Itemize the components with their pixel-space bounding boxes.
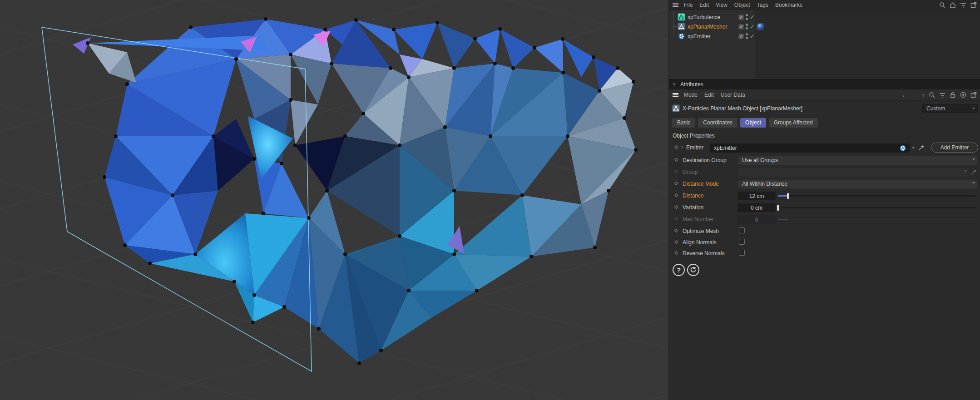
distance-input[interactable]: 12 cm [737,192,776,200]
reverse-normals-checkbox[interactable] [739,250,745,256]
viewport-canvas[interactable] [0,0,668,400]
layer-edit-icon[interactable] [738,15,744,20]
variation-slider[interactable] [778,205,976,211]
align-normals-checkbox[interactable] [739,239,745,245]
layer-edit-icon[interactable] [738,34,744,39]
section-object-properties: Object Properties [673,133,980,140]
keyframe-diamond[interactable] [674,145,678,149]
search-icon[interactable] [929,92,935,98]
menu-tags[interactable]: Tags [757,2,768,8]
emitter-link-field[interactable]: xpEmitter [710,143,910,153]
caret-down-icon: ▾ [973,157,975,161]
track-target-icon[interactable] [960,92,966,98]
menu-bookmarks[interactable]: Bookmarks [775,2,802,8]
layer-edit-icon[interactable] [738,24,744,30]
particle-mesh [73,19,636,363]
row-align-normals: Align Normals [669,237,980,247]
caret-down-icon: ▾ [973,181,975,185]
xpturbulence-icon [678,13,685,21]
distance-slider[interactable] [778,193,976,199]
keyframe-diamond [674,217,678,221]
group-dropdown: ▾ [738,168,969,177]
visibility-dots-icon[interactable] [746,33,748,39]
menu-user-data[interactable]: User Data [721,92,745,98]
row-emitter: › Emitter xpEmitter ▾ Add Emitter [669,141,980,154]
hamburger-menu-icon[interactable] [673,93,678,97]
slider-handle[interactable] [787,193,789,199]
hamburger-menu-icon[interactable] [673,3,678,7]
tab-object[interactable]: Object [740,118,766,128]
back-arrow-icon[interactable]: ← [902,92,908,99]
attributes-menubar: Mode Edit User Data ← → ↑ [669,89,980,101]
visibility-dots-icon[interactable] [746,14,748,20]
keyframe-diamond[interactable] [674,229,678,232]
search-icon[interactable] [939,2,945,8]
tab-basic[interactable]: Basic [672,118,695,128]
material-tag-icon[interactable] [757,23,764,30]
keyframe-diamond[interactable] [674,182,678,185]
object-row-xpplanarmesher[interactable]: xpPlanarMesher ✓ [669,22,980,31]
reset-button[interactable] [687,264,699,276]
object-name[interactable]: xpTurbulence [688,14,733,20]
max-number-input: 6 [737,215,776,224]
optimize-mesh-checkbox[interactable] [739,227,745,233]
filter-icon[interactable] [960,2,966,8]
eyedropper-icon[interactable] [918,144,925,151]
cinema4d-app: File Edit View Object Tags Bookmarks xpT… [0,0,980,400]
menu-object[interactable]: Object [734,2,750,8]
add-emitter-button[interactable]: Add Emitter [931,143,978,153]
caret-down-icon: ▾ [970,104,977,112]
close-icon[interactable]: × [673,81,676,88]
keyframe-diamond[interactable] [674,251,678,255]
menu-edit[interactable]: Edit [704,92,714,98]
visibility-dots-icon[interactable] [746,24,748,30]
reset-arrow-icon [690,267,697,273]
keyframe-diamond[interactable] [674,158,678,162]
up-arrow-icon[interactable]: ↑ [922,92,925,99]
attributes-titlebar: × Attributes [669,79,980,89]
forward-arrow-icon[interactable]: → [912,92,918,99]
planar-mesh-object-icon [672,104,680,112]
help-button[interactable]: ? [673,264,685,276]
menu-file[interactable]: File [684,2,693,8]
object-name[interactable]: xpPlanarMesher [688,24,733,30]
preset-dropdown[interactable]: Custom ▾ [922,104,978,113]
distance-mode-dropdown[interactable]: All Within Distance ▾ [738,180,977,188]
chevron-right-icon[interactable]: › [681,144,683,150]
filter-icon[interactable] [939,92,945,98]
tab-coordinates[interactable]: Coordinates [698,118,737,128]
home-icon[interactable] [950,2,956,8]
reverse-normals-label: Reverse Normals [683,250,725,257]
object-row-xpemitter[interactable]: xpEmitter ✓ [669,31,980,41]
row-destination-group: Destination Group Use all Groups ▾ [669,154,980,166]
popout-window-icon[interactable] [970,2,977,8]
enabled-check-icon[interactable]: ✓ [750,33,755,39]
menu-edit[interactable]: Edit [699,2,709,8]
popout-window-icon[interactable] [970,92,977,98]
tab-groups-affected[interactable]: Groups Affected [769,118,818,128]
group-label: Group [683,169,698,175]
xpemitter-icon [678,32,685,40]
enabled-check-icon[interactable]: ✓ [750,24,755,30]
caret-down-icon[interactable]: ▾ [912,146,914,150]
destination-group-dropdown[interactable]: Use all Groups ▾ [738,156,977,165]
menu-mode[interactable]: Mode [684,92,698,98]
variation-input[interactable]: 0 cm [737,203,776,212]
max-number-label: Max Number [683,216,714,222]
object-name[interactable]: xpEmitter [688,33,733,40]
destination-group-label: Destination Group [683,157,727,163]
keyframe-diamond[interactable] [674,205,678,209]
emitter-mini-icon [899,144,906,152]
optimize-mesh-label: Optimize Mesh [683,228,719,234]
row-optimize-mesh: Optimize Mesh [669,225,980,237]
slider-handle[interactable] [777,205,779,211]
keyframe-diamond[interactable] [674,193,678,197]
right-panel: File Edit View Object Tags Bookmarks xpT… [668,0,980,400]
keyframe-diamond[interactable] [674,240,678,244]
row-distance-mode: Distance Mode All Within Distance ▾ [669,178,980,190]
3d-viewport[interactable] [0,0,668,400]
lock-icon[interactable] [950,92,956,98]
object-row-xpturbulence[interactable]: xpTurbulence ✓ [669,12,980,22]
menu-view[interactable]: View [716,2,728,8]
enabled-check-icon[interactable]: ✓ [750,14,755,20]
